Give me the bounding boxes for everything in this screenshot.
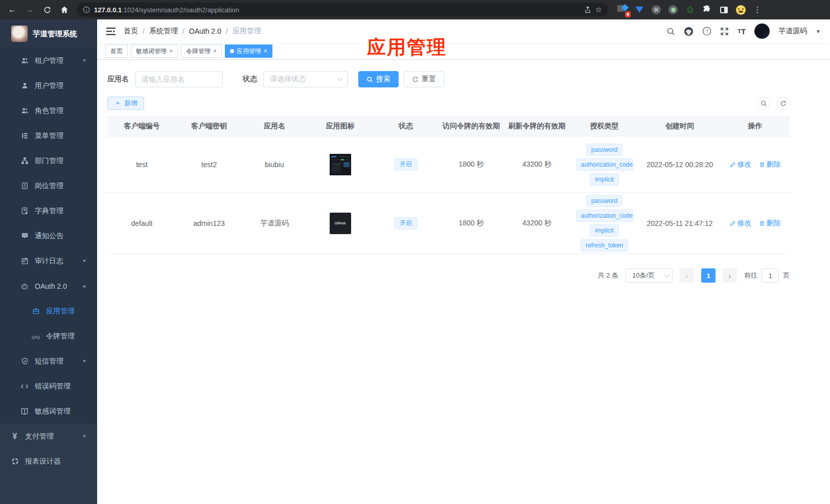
browser-forward-button[interactable]: → bbox=[22, 3, 37, 17]
sidebar-item-token[interactable]: ((A)) 令牌管理 bbox=[0, 324, 97, 349]
breadcrumb-system[interactable]: 系统管理 bbox=[149, 27, 178, 36]
delete-button[interactable]: 删除 bbox=[759, 219, 781, 228]
goto-page-input[interactable] bbox=[762, 268, 779, 283]
column-header: 客户端编号 bbox=[107, 117, 176, 136]
column-header: 应用图标 bbox=[307, 117, 373, 136]
font-size-icon[interactable]: TT bbox=[737, 27, 746, 36]
code-icon bbox=[20, 382, 29, 391]
sidebar-item-errorcode[interactable]: 错误码管理 bbox=[0, 374, 97, 399]
edit-button[interactable]: 修改 bbox=[730, 219, 752, 228]
page-number-current[interactable]: 1 bbox=[701, 268, 716, 283]
pagination: 共 2 条 10条/页 ‹ 1 › 前往 页 bbox=[107, 268, 790, 283]
gem-extension-icon[interactable] bbox=[634, 5, 644, 15]
app-icon-image: GitHub bbox=[330, 213, 351, 234]
sidebar-item-dict[interactable]: 字典管理 bbox=[0, 198, 97, 223]
home-icon bbox=[60, 6, 68, 14]
page-size-select[interactable]: 10条/页 bbox=[626, 268, 673, 283]
prev-page-button[interactable]: ‹ bbox=[680, 268, 694, 283]
sidebar-item-notice[interactable]: 通知公告 bbox=[0, 223, 97, 248]
recorder-extension-icon[interactable] bbox=[668, 5, 678, 15]
address-bar[interactable]: 127.0.0.1:1024/system/oauth2/oauth2/appl… bbox=[77, 3, 608, 17]
tab-home[interactable]: 首页 bbox=[105, 44, 128, 58]
tab-sensitiveword[interactable]: 敏感词管理 × bbox=[131, 44, 178, 58]
sidebar-item-report-designer[interactable]: 报表设计器 bbox=[0, 449, 97, 474]
app-name-cell: biubiu bbox=[242, 161, 307, 169]
sidebar-item-label: 应用管理 bbox=[46, 307, 75, 316]
sidebar-item-label: 字典管理 bbox=[35, 207, 63, 216]
refresh-icon bbox=[412, 76, 419, 83]
refresh-table-button[interactable] bbox=[776, 97, 790, 110]
delete-label: 删除 bbox=[767, 219, 781, 228]
reset-button-label: 重置 bbox=[422, 75, 436, 84]
chevron-down-icon bbox=[664, 272, 670, 278]
browser-back-button[interactable]: ← bbox=[5, 3, 19, 17]
status-select[interactable]: 请选择状态 bbox=[263, 71, 348, 87]
search-button[interactable]: 搜索 bbox=[358, 71, 399, 87]
sidebar-item-tenant[interactable]: 租户管理 ▼ bbox=[0, 48, 97, 73]
user-menu-caret-icon[interactable]: ▼ bbox=[816, 29, 821, 34]
table-row: default admin123 芋道源码 GitHub 开启 1800 秒 4… bbox=[107, 193, 790, 254]
app-logo-row[interactable]: 芋道管理系统 bbox=[0, 19, 97, 48]
close-icon[interactable]: × bbox=[169, 48, 173, 55]
share-icon[interactable] bbox=[584, 6, 591, 14]
sidebar-menu: 租户管理 ▼ 用户管理 角色管理 菜单管理 部门管理 岗位管理 bbox=[0, 48, 97, 474]
github-icon[interactable] bbox=[684, 27, 694, 36]
header-search-icon[interactable] bbox=[666, 27, 675, 36]
tab-application[interactable]: 应用管理 × bbox=[225, 44, 272, 58]
sidebar-item-pay[interactable]: ¥ 支付管理 ▼ bbox=[0, 424, 97, 449]
close-icon[interactable]: × bbox=[213, 48, 217, 55]
breadcrumb-home[interactable]: 首页 bbox=[124, 27, 138, 36]
avatar[interactable] bbox=[754, 24, 770, 39]
sidebar-item-post[interactable]: 岗位管理 bbox=[0, 173, 97, 198]
applications-table: 客户端编号 客户端密钥 应用名 应用图标 状态 访问令牌的有效期 刷新令牌的有效… bbox=[107, 116, 790, 254]
sidebar-item-oauth[interactable]: OAuth 2.0 ▲ bbox=[0, 273, 97, 299]
created-time-cell: 2022-05-11 21:47:12 bbox=[639, 219, 721, 227]
client-secret-cell: admin123 bbox=[176, 219, 242, 227]
status-cell: 开启 bbox=[373, 158, 439, 171]
username[interactable]: 芋道源码 bbox=[778, 27, 807, 36]
sidebar-item-role[interactable]: 角色管理 bbox=[0, 98, 97, 123]
search-button-label: 搜索 bbox=[376, 75, 390, 84]
grant-types-cell: password authorization_code implicit ref… bbox=[570, 195, 639, 251]
add-button[interactable]: ＋ 新增 bbox=[107, 97, 144, 110]
sidebar-item-application[interactable]: 应用管理 bbox=[0, 299, 97, 324]
sidebar-item-menu[interactable]: 菜单管理 bbox=[0, 123, 97, 148]
sidebar-item-audit[interactable]: 审计日志 ▼ bbox=[0, 248, 97, 273]
help-icon[interactable]: ? bbox=[702, 27, 711, 36]
edit-button[interactable]: 修改 bbox=[730, 160, 752, 169]
emoji-extension-icon[interactable] bbox=[735, 5, 746, 15]
close-icon[interactable]: × bbox=[264, 48, 267, 55]
report-icon bbox=[11, 457, 19, 465]
reset-button[interactable]: 重置 bbox=[404, 71, 444, 87]
sidebar-item-label: 敏感词管理 bbox=[35, 407, 71, 416]
app-name-input[interactable] bbox=[135, 71, 223, 87]
fullscreen-icon[interactable] bbox=[720, 27, 729, 36]
sidebar-collapse-icon[interactable] bbox=[106, 28, 116, 35]
dictionary-icon bbox=[20, 207, 29, 215]
browser-menu-icon[interactable]: ⋮ bbox=[752, 5, 763, 15]
delete-button[interactable]: 删除 bbox=[759, 160, 781, 169]
browser-reload-button[interactable] bbox=[40, 3, 54, 17]
browser-home-button[interactable] bbox=[57, 3, 72, 17]
extensions-puzzle-icon[interactable] bbox=[702, 5, 712, 15]
breadcrumb-oauth[interactable]: OAuth 2.0 bbox=[189, 27, 221, 35]
table-header-row: 客户端编号 客户端密钥 应用名 应用图标 状态 访问令牌的有效期 刷新令牌的有效… bbox=[107, 116, 790, 136]
site-info-icon[interactable] bbox=[83, 6, 90, 13]
sidebar-item-sms[interactable]: 短信管理 ▼ bbox=[0, 349, 97, 374]
sidebar-item-sensitiveword[interactable]: 敏感词管理 bbox=[0, 399, 97, 424]
refresh-token-validity-cell: 43200 秒 bbox=[504, 219, 570, 228]
trash-icon bbox=[759, 220, 765, 226]
star-extension-icon[interactable]: ✩ bbox=[685, 5, 695, 15]
tab-token[interactable]: 令牌管理 × bbox=[181, 44, 222, 58]
side-panel-icon[interactable] bbox=[719, 5, 729, 15]
app-icon-image bbox=[330, 154, 351, 175]
sidebar-item-dept[interactable]: 部门管理 bbox=[0, 148, 97, 173]
wallet-extension-icon[interactable]: 9 bbox=[617, 5, 628, 15]
command-extension-icon[interactable]: ⌘ bbox=[651, 5, 661, 15]
sidebar-item-user[interactable]: 用户管理 bbox=[0, 73, 97, 98]
trash-icon bbox=[759, 162, 765, 168]
toggle-search-button[interactable] bbox=[757, 97, 770, 110]
grant-type-tag: password bbox=[586, 144, 622, 156]
bookmark-star-icon[interactable]: ☆ bbox=[595, 5, 602, 14]
next-page-button[interactable]: › bbox=[723, 268, 737, 283]
